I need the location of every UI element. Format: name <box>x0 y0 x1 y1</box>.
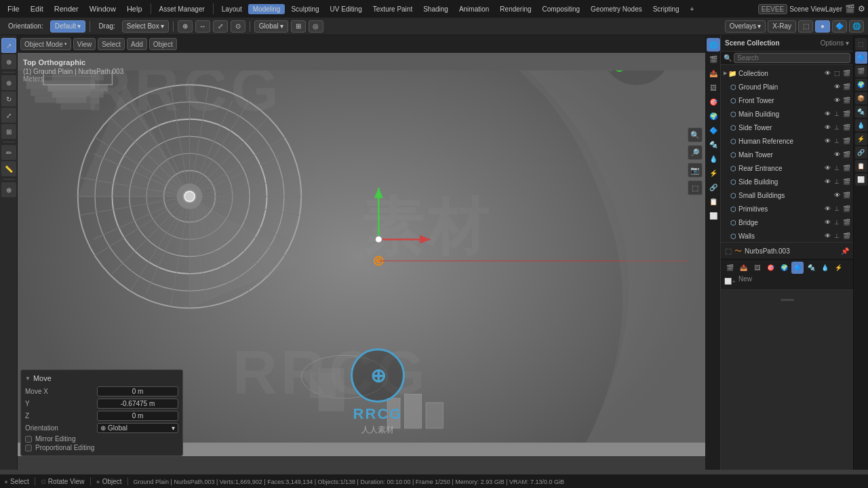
collection-vis[interactable]: 👁 <box>823 70 831 77</box>
ptab-object[interactable]: 🔷 <box>791 262 804 274</box>
outliner-item-rear-entrance[interactable]: ⬡ Rear Entrance 👁 ⊥ 🎬 <box>721 161 853 175</box>
prop-tab-output[interactable]: 📤 <box>707 66 720 80</box>
outliner-item-human-ref[interactable]: ⬡ Human Reference 👁 ⊥ 🎬 <box>721 134 853 148</box>
re-restrict[interactable]: ⊥ <box>833 165 841 171</box>
collection-render[interactable]: 🎬 <box>842 70 850 77</box>
move-x-value[interactable]: 0 m <box>97 386 178 396</box>
menu-file[interactable]: File <box>3 3 24 14</box>
viewport-3d[interactable]: Object Mode ▾ View Select Add Object RRC… <box>18 35 705 470</box>
prop-tab-modifier[interactable]: 🔩 <box>707 138 720 151</box>
tool-rotate[interactable]: ↻ <box>1 92 16 106</box>
engine-selector[interactable]: EEVEE <box>758 4 787 14</box>
collection-select[interactable]: ⬚ <box>833 70 841 77</box>
solid-btn[interactable]: ● <box>815 20 830 33</box>
mb-vis[interactable]: 👁 <box>823 110 831 117</box>
re-vis[interactable]: 👁 <box>823 165 831 171</box>
select-menu[interactable]: Select <box>98 38 125 50</box>
prop-tab-object[interactable]: 🔷 <box>707 123 720 137</box>
ptab-render[interactable]: 🎬 <box>724 262 736 274</box>
prop-tab-physics[interactable]: ⚡ <box>707 166 720 180</box>
prop-tab-world[interactable]: 🌍 <box>707 109 720 123</box>
search-input[interactable] <box>734 53 850 63</box>
menu-sculpting[interactable]: Sculpting <box>286 4 323 14</box>
object-mode-dropdown[interactable]: Object Mode ▾ <box>20 38 71 50</box>
move-y-value[interactable]: -0.67475 m <box>97 399 178 409</box>
transform-all-btn[interactable]: ⊙ <box>231 20 245 33</box>
side-icon-mod[interactable]: 🔩 <box>855 106 867 118</box>
tool-select[interactable]: ↗ <box>1 38 16 53</box>
side-icon-scene[interactable]: ⬚ <box>855 38 867 50</box>
wa-restrict[interactable]: ⊥ <box>833 232 841 239</box>
outliner-item-front-tower[interactable]: ⬡ Front Tower 👁 🎬 <box>721 94 853 107</box>
prop-tab-scene[interactable]: 🌐 <box>707 38 720 52</box>
hr-render[interactable]: 🎬 <box>842 138 850 144</box>
select-box-dropdown[interactable]: Select Box ▾ <box>122 20 169 33</box>
ptab-world[interactable]: 🌍 <box>778 262 790 274</box>
tool-cursor[interactable]: ⊕ <box>1 54 16 69</box>
menu-geo-nodes[interactable]: Geometry Nodes <box>586 4 647 14</box>
global-dropdown[interactable]: Global ▾ <box>254 20 288 33</box>
tool-measure[interactable]: 📏 <box>1 161 16 176</box>
side-icon-world[interactable]: 🌍 <box>855 79 867 91</box>
side-icon-render[interactable]: 🎬 <box>855 65 867 77</box>
menu-texture-paint[interactable]: Texture Paint <box>368 4 417 14</box>
menu-render[interactable]: Render <box>50 3 83 14</box>
menu-layout[interactable]: Layout <box>217 4 247 14</box>
tool-annotate[interactable]: ✏ <box>1 145 16 160</box>
menu-modeling[interactable]: Modeling <box>248 4 285 14</box>
material-btn[interactable]: 🔷 <box>832 20 847 33</box>
mb-restrict[interactable]: ⊥ <box>833 110 841 117</box>
menu-animation[interactable]: Animation <box>454 4 494 14</box>
overlay-btn[interactable]: Overlays ▾ <box>725 20 766 33</box>
menu-compositing[interactable]: Compositing <box>538 4 585 14</box>
menu-asset-manager[interactable]: Asset Manager <box>155 4 210 14</box>
pr-render[interactable]: 🎬 <box>842 205 850 212</box>
menu-rendering[interactable]: Rendering <box>495 4 536 14</box>
rendered-btn[interactable]: 🌐 <box>849 20 864 33</box>
st-render[interactable]: 🎬 <box>842 124 850 131</box>
outliner-item-small-buildings[interactable]: ⬡ Small Buildings 👁 🎬 <box>721 188 853 202</box>
st-restrict[interactable]: ⊥ <box>833 124 841 131</box>
hr-vis[interactable]: 👁 <box>823 138 831 144</box>
tool-add[interactable]: ⊕ <box>1 182 16 197</box>
menu-scripting[interactable]: Scripting <box>648 4 684 14</box>
settings-icon[interactable]: ⚙ <box>858 4 865 14</box>
orientation-value[interactable]: ⊕ Global ▾ <box>97 423 178 433</box>
move-z-value[interactable]: 0 m <box>97 411 178 421</box>
st-vis[interactable]: 👁 <box>823 124 831 131</box>
menu-help[interactable]: Help <box>122 3 147 14</box>
transform-scale-btn[interactable]: ⤢ <box>213 20 228 33</box>
object-menu[interactable]: Object <box>149 38 177 50</box>
ft-render[interactable]: 🎬 <box>842 97 850 104</box>
side-icon-part[interactable]: 💧 <box>855 119 867 131</box>
side-icon-active[interactable]: 🔷 <box>855 52 867 64</box>
transform-rotate-btn[interactable]: ↔ <box>195 20 210 33</box>
proportional-btn[interactable]: ◎ <box>309 20 323 33</box>
outliner-item-walls[interactable]: ⬡ Walls 👁 ⊥ 🎬 <box>721 229 853 242</box>
menu-shading[interactable]: Shading <box>418 4 453 14</box>
nurbs-pin-btn[interactable]: 📌 <box>841 247 849 255</box>
prop-tab-view[interactable]: 🖼 <box>707 81 720 94</box>
tool-scale[interactable]: ⤢ <box>1 108 16 123</box>
hr-restrict[interactable]: ⊥ <box>833 138 841 144</box>
outliner-item-ground-plain[interactable]: ⬡ Ground Plain 👁 🎬 <box>721 80 853 94</box>
outliner-item-main-tower[interactable]: ⬡ Main Tower 👁 🎬 <box>721 148 853 161</box>
mto-render[interactable]: 🎬 <box>842 151 850 158</box>
add-material-btn[interactable]: + <box>732 279 736 285</box>
mb-render[interactable]: 🎬 <box>842 110 850 117</box>
xray-btn[interactable]: X-Ray <box>768 20 796 33</box>
pr-restrict[interactable]: ⊥ <box>833 205 841 212</box>
op-header[interactable]: ▼ Move <box>25 374 178 382</box>
outliner-item-main-building[interactable]: ⬡ Main Building 👁 ⊥ 🎬 <box>721 107 853 121</box>
transform-move-btn[interactable]: ⊕ <box>178 20 193 33</box>
proportional-editing-checkbox[interactable] <box>25 445 32 451</box>
side-icon-obj[interactable]: 📦 <box>855 92 867 104</box>
zoom-out-icon[interactable]: 🔎 <box>688 145 703 160</box>
sb-vis[interactable]: 👁 <box>823 178 831 185</box>
ptab-view[interactable]: 🖼 <box>751 262 763 274</box>
prop-tab-particles[interactable]: 💧 <box>707 152 720 165</box>
wireframe-btn[interactable]: ⬚ <box>798 20 813 33</box>
sbl-vis[interactable]: 👁 <box>833 192 841 199</box>
tool-transform[interactable]: ⊞ <box>1 124 16 139</box>
outliner-item-side-tower[interactable]: ⬡ Side Tower 👁 ⊥ 🎬 <box>721 121 853 134</box>
